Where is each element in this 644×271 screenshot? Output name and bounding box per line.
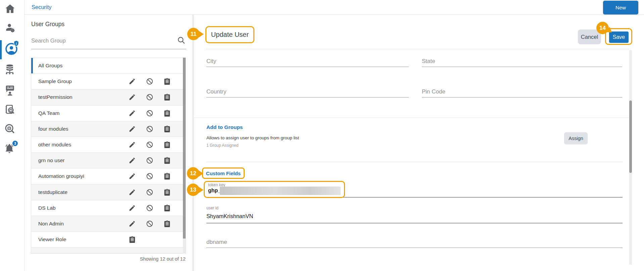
group-row[interactable]: Non Admin xyxy=(31,216,186,232)
disable-icon[interactable] xyxy=(146,173,153,180)
app-window: i xyxy=(0,0,644,271)
data-search-icon[interactable] xyxy=(4,123,16,135)
permissions-icon[interactable] xyxy=(163,157,171,164)
disable-icon[interactable] xyxy=(146,220,153,227)
group-row[interactable]: testPermission xyxy=(31,89,186,105)
search-icon[interactable] xyxy=(177,36,186,45)
group-actions xyxy=(129,153,171,168)
user-id-underline xyxy=(206,223,623,223)
assign-button[interactable]: Assign xyxy=(564,132,588,144)
permissions-icon[interactable] xyxy=(163,93,171,101)
group-row[interactable]: Viewer Role xyxy=(31,232,186,248)
group-name: Non Admin xyxy=(38,216,64,231)
edit-icon[interactable] xyxy=(129,141,136,148)
edit-icon[interactable] xyxy=(129,78,136,85)
token-key-annotation-box: token key ghp_ xyxy=(204,181,345,198)
edit-icon[interactable] xyxy=(129,125,136,133)
group-row[interactable]: testduplicate xyxy=(31,185,186,200)
callout-14: 14 xyxy=(596,22,609,34)
group-name: Sample Group xyxy=(38,74,72,89)
panel-divider xyxy=(192,15,194,271)
group-name: four modules xyxy=(38,121,68,137)
group-list: All GroupsSample Group testPermission QA… xyxy=(31,58,186,254)
group-row[interactable]: Sample Group xyxy=(31,74,186,89)
database-icon[interactable] xyxy=(4,63,16,75)
permissions-icon[interactable] xyxy=(163,220,171,227)
sidebar-rail: i xyxy=(0,0,24,271)
security-icon[interactable]: i xyxy=(5,42,18,56)
update-user-annotation-box: Update User xyxy=(205,26,254,43)
group-name: Automation groupiyi xyxy=(38,168,84,184)
permissions-icon[interactable] xyxy=(163,189,171,196)
group-list-scrollbar-thumb[interactable] xyxy=(183,58,186,239)
country-field[interactable] xyxy=(206,87,409,97)
panel-title: User Groups xyxy=(31,21,64,28)
group-row[interactable]: Automation groupiyi xyxy=(31,168,186,184)
disable-icon[interactable] xyxy=(146,78,153,85)
search-group-input[interactable] xyxy=(31,34,186,49)
disable-icon[interactable] xyxy=(146,141,153,148)
callout-13: 13 xyxy=(187,184,199,196)
group-actions xyxy=(129,121,171,137)
group-row[interactable]: grn no user xyxy=(31,153,186,168)
home-icon[interactable] xyxy=(4,3,16,15)
custom-fields-link[interactable]: Custom Fields xyxy=(206,171,241,176)
disable-icon[interactable] xyxy=(146,93,153,101)
audit-log-icon[interactable] xyxy=(4,104,16,116)
group-row[interactable]: other modules xyxy=(31,137,186,153)
permissions-icon[interactable] xyxy=(163,110,171,117)
group-row[interactable]: All Groups xyxy=(31,58,186,74)
add-to-groups-description: Allows to assign user to groups from gro… xyxy=(206,135,299,140)
disable-icon[interactable] xyxy=(146,125,153,133)
permissions-icon[interactable] xyxy=(129,236,136,243)
group-row-partial xyxy=(31,248,186,254)
group-actions xyxy=(129,74,171,89)
group-name: testduplicate xyxy=(38,185,67,200)
section-divider-2 xyxy=(206,162,623,162)
user-settings-icon[interactable] xyxy=(4,22,16,33)
disable-icon[interactable] xyxy=(146,110,153,117)
disable-icon[interactable] xyxy=(146,189,153,196)
form-title: Update User xyxy=(211,31,249,39)
disable-icon[interactable] xyxy=(146,157,153,164)
disable-icon[interactable] xyxy=(146,204,153,212)
group-name: other modules xyxy=(38,137,71,152)
notification-count-badge: 3 xyxy=(12,140,18,147)
permissions-icon[interactable] xyxy=(163,141,171,148)
city-field[interactable] xyxy=(206,57,409,67)
group-actions xyxy=(129,185,171,200)
edit-icon[interactable] xyxy=(129,189,136,196)
callout-11: 11 xyxy=(187,28,200,40)
token-key-value[interactable]: ghp_ xyxy=(208,188,221,194)
state-field[interactable] xyxy=(422,57,622,67)
edit-icon[interactable] xyxy=(129,204,136,212)
edit-icon[interactable] xyxy=(129,93,136,101)
callout-12: 12 xyxy=(187,167,199,180)
dbname-field[interactable] xyxy=(206,238,623,248)
group-name: grn no user xyxy=(38,153,64,168)
permissions-icon[interactable] xyxy=(163,173,171,180)
edit-icon[interactable] xyxy=(129,220,136,227)
group-name: Viewer Role xyxy=(38,232,66,247)
notifications-icon[interactable]: 3 xyxy=(4,143,15,154)
permissions-icon[interactable] xyxy=(163,204,171,212)
edit-icon[interactable] xyxy=(129,173,136,180)
permissions-icon[interactable] xyxy=(163,125,171,133)
pincode-field[interactable] xyxy=(422,87,622,97)
main-scrollbar-thumb[interactable] xyxy=(629,100,632,173)
group-row[interactable]: QA Team xyxy=(31,106,186,121)
group-name: testPermission xyxy=(38,89,72,105)
add-to-groups-link[interactable]: Add to Groups xyxy=(206,124,243,130)
group-name: All Groups xyxy=(38,58,62,73)
section-divider xyxy=(194,118,629,118)
new-button[interactable]: New xyxy=(603,1,638,14)
group-actions xyxy=(129,137,171,152)
training-icon[interactable] xyxy=(4,84,16,96)
permissions-icon[interactable] xyxy=(163,78,171,85)
edit-icon[interactable] xyxy=(129,110,136,117)
edit-icon[interactable] xyxy=(129,157,136,164)
user-id-value[interactable]: ShyamKrishnanVN xyxy=(206,213,253,219)
group-row[interactable]: four modules xyxy=(31,121,186,137)
group-count-footer: Showing 12 out of 12 xyxy=(101,256,186,262)
group-row[interactable]: DS Lab xyxy=(31,200,186,216)
